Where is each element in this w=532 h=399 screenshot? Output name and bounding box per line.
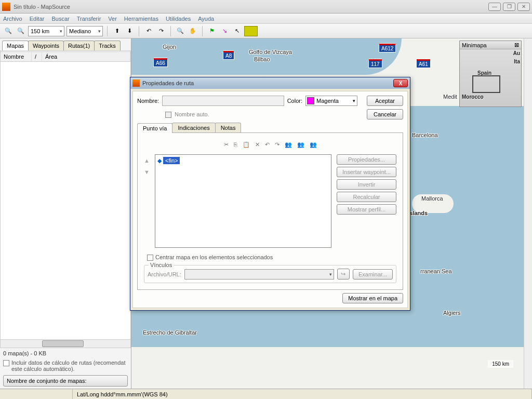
checkbox-icon (147, 255, 153, 261)
toolbar-separator (139, 26, 139, 36)
nombre-label: Nombre: (137, 98, 159, 104)
mostrar-en-mapa-button[interactable]: Mostrar en el mapa (342, 293, 403, 303)
color-value: Magenta (316, 98, 339, 104)
receive-from-device-icon[interactable]: ⬇ (124, 26, 135, 36)
sidebar-footer: 0 mapa(s) - 0 KB (0, 348, 131, 358)
menu-archivo[interactable]: Archivo (3, 16, 22, 22)
zoom-tool-icon[interactable]: 🔍 (175, 26, 185, 36)
dialog-close-button[interactable]: X (393, 79, 408, 87)
flag-icon[interactable]: ⚑ (207, 26, 217, 36)
tab-notas[interactable]: Notas (215, 123, 242, 132)
redo-icon[interactable]: ↷ (275, 141, 280, 148)
scale-select[interactable]: 150 km (28, 26, 64, 36)
archivo-url-select[interactable] (184, 269, 334, 280)
minimize-button[interactable]: — (488, 3, 501, 11)
nombre-input[interactable] (162, 96, 284, 106)
find-near-icon[interactable]: 👥 (297, 141, 304, 148)
minimap-close-icon[interactable]: ⊠ (514, 42, 519, 48)
zoom-out-icon[interactable]: 🔍 (3, 26, 14, 36)
mostrar-perfil-button[interactable]: Mostrar perfil... (337, 204, 396, 215)
menu-ayuda[interactable]: Ayuda (198, 16, 214, 22)
menu-editar[interactable]: Editar (30, 16, 45, 22)
recalcular-button[interactable]: Recalcular (337, 192, 396, 202)
route-icon[interactable]: ↘ (219, 26, 230, 36)
list-body (1, 62, 130, 339)
redo-icon[interactable]: ↷ (156, 26, 166, 36)
find-recent-icon[interactable]: 👥 (310, 141, 317, 148)
move-down-icon[interactable]: ▼ (144, 169, 150, 175)
scrollbar-vertical[interactable] (524, 38, 532, 389)
undo-icon[interactable]: ↶ (265, 141, 270, 148)
col-sort[interactable]: / (32, 52, 42, 61)
tab-punto-via[interactable]: Punto vía (137, 123, 172, 133)
minimap-body[interactable]: Au Ita Spain Morocco (460, 49, 521, 107)
col-area[interactable]: Área (42, 52, 130, 61)
examinar-button[interactable]: Examinar... (353, 269, 393, 280)
tab-tracks[interactable]: Tracks (94, 41, 121, 50)
road-badge: A66 (153, 59, 168, 67)
menu-utilidades[interactable]: Utilidades (166, 16, 191, 22)
zoom-in-icon[interactable]: 🔍 (16, 26, 26, 36)
color-select[interactable]: Magenta (305, 96, 357, 106)
titlebar: Sin título - MapSource — ❐ ✕ (0, 0, 532, 14)
aceptar-button[interactable]: Aceptar (367, 96, 403, 106)
mapset-name-button[interactable]: Nombre de conjunto de mapas: (3, 375, 128, 387)
tab-mapas[interactable]: Mapas (2, 41, 29, 50)
col-nombre[interactable]: Nombre (1, 52, 32, 61)
tab-indicaciones[interactable]: Indicaciones (172, 123, 215, 132)
pointer-icon[interactable]: ↖ (232, 26, 242, 36)
go-icon[interactable]: ↪ (337, 269, 350, 280)
maximize-button[interactable]: ❐ (503, 3, 515, 11)
close-button[interactable]: ✕ (517, 3, 530, 11)
cut-icon[interactable]: ✂ (224, 141, 229, 148)
road-badge: A61 (416, 60, 431, 68)
road-badge: A612 (379, 45, 396, 52)
toolbar-separator (107, 26, 108, 36)
via-points-list[interactable]: ◆ <fin> (155, 154, 331, 248)
map-label: rranean Sea (420, 268, 452, 274)
detail-select[interactable]: Mediano (66, 26, 103, 36)
send-to-device-icon[interactable]: ⬆ (112, 26, 122, 36)
tab-waypoints[interactable]: Waypoints (28, 41, 64, 50)
menu-transferir[interactable]: Transferir (77, 16, 101, 22)
tab-rutas[interactable]: Rutas(1) (63, 41, 95, 50)
find-icon[interactable]: 👥 (285, 141, 292, 148)
copy-icon[interactable]: ⎘ (234, 141, 237, 148)
list-item-fin[interactable]: <fin> (163, 157, 180, 164)
insertar-waypoint-button[interactable]: Insertar waypoint... (337, 167, 396, 177)
road-badge: 117 (368, 60, 382, 68)
dialog-icon (132, 79, 140, 87)
paste-icon[interactable]: 📋 (243, 141, 250, 148)
auto-checkbox[interactable] (165, 112, 171, 118)
toolbar: 🔍 🔍 150 km Mediano ⬆ ⬇ ↶ ↷ 🔍 ✋ ⚑ ↘ ↖ (0, 24, 532, 38)
toolbar-separator (170, 26, 171, 36)
cancelar-button[interactable]: Cancelar (367, 109, 403, 119)
measure-icon[interactable] (244, 26, 258, 36)
menu-buscar[interactable]: Buscar (51, 16, 69, 22)
hand-tool-icon[interactable]: ✋ (188, 26, 198, 36)
undo-icon[interactable]: ↶ (143, 26, 154, 36)
vinculos-group: Vínculos Archivo/URL: ↪ Examinar... (144, 265, 396, 283)
delete-icon[interactable]: ✕ (255, 141, 260, 148)
menu-herramientas[interactable]: Herramientas (124, 16, 158, 22)
scrollbar-horizontal[interactable] (1, 339, 130, 348)
dialog-titlebar[interactable]: Propiedades de ruta X (130, 77, 410, 89)
minimap-viewport[interactable] (472, 75, 500, 93)
map-label: Mallorca (421, 195, 443, 202)
move-up-icon[interactable]: ▲ (144, 157, 150, 164)
invertir-button[interactable]: Invertir (337, 179, 396, 190)
scale-bar: 150 km (488, 360, 513, 368)
propiedades-button[interactable]: Propiedades... (337, 154, 396, 165)
include-route-data-checkbox[interactable]: Incluir datos de cálculo de rutas (recom… (0, 358, 131, 373)
minimap: Minimapa ⊠ Au Ita Spain Morocco (459, 41, 522, 107)
status-coords: Lat/Long hddd°mm.mmm'(WGS 84) (73, 389, 532, 399)
minimap-label: Morocco (462, 94, 484, 100)
center-map-checkbox[interactable]: Centrar mapa en los elementos selecciona… (144, 253, 396, 262)
menu-ver[interactable]: Ver (108, 16, 117, 22)
map-label: Algiers (443, 310, 461, 316)
color-label: Color: (287, 98, 302, 104)
window-title: Sin título - MapSource (14, 4, 488, 10)
route-properties-dialog: Propiedades de ruta X Nombre: Color: Mag… (130, 77, 410, 311)
scale-value: 150 km (31, 28, 49, 34)
include-label: Incluir datos de cálculo de rutas (recom… (11, 360, 128, 372)
